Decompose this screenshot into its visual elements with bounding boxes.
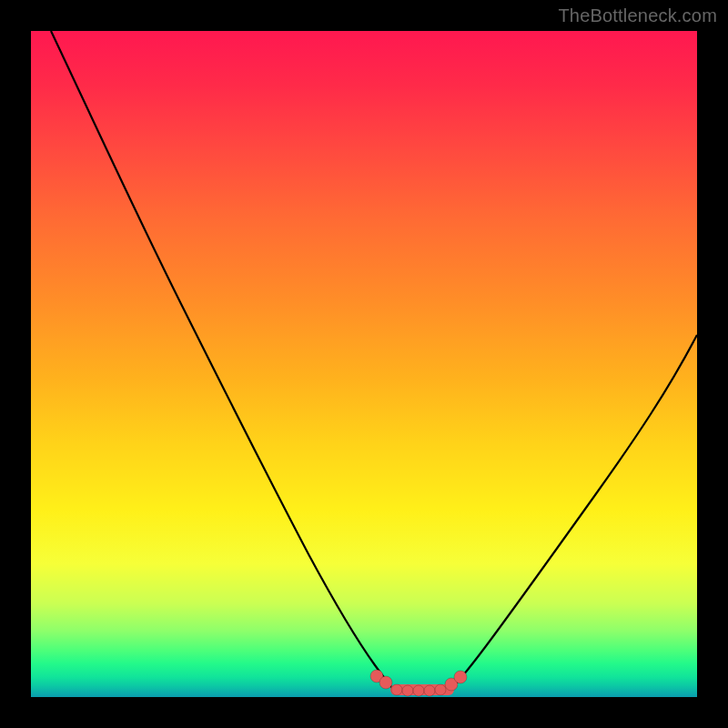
curve-svg [31, 31, 697, 697]
svg-point-4 [402, 685, 413, 696]
plot-area [31, 31, 697, 697]
left-curve [51, 31, 392, 688]
svg-point-7 [435, 684, 446, 695]
svg-point-3 [391, 684, 402, 695]
svg-point-6 [424, 685, 435, 696]
right-curve [451, 335, 697, 688]
svg-point-1 [379, 676, 392, 689]
watermark-text: TheBottleneck.com [558, 5, 717, 26]
valley-markers [370, 670, 467, 696]
svg-point-5 [413, 685, 424, 696]
svg-point-9 [454, 671, 467, 683]
chart-frame: TheBottleneck.com [0, 0, 728, 728]
